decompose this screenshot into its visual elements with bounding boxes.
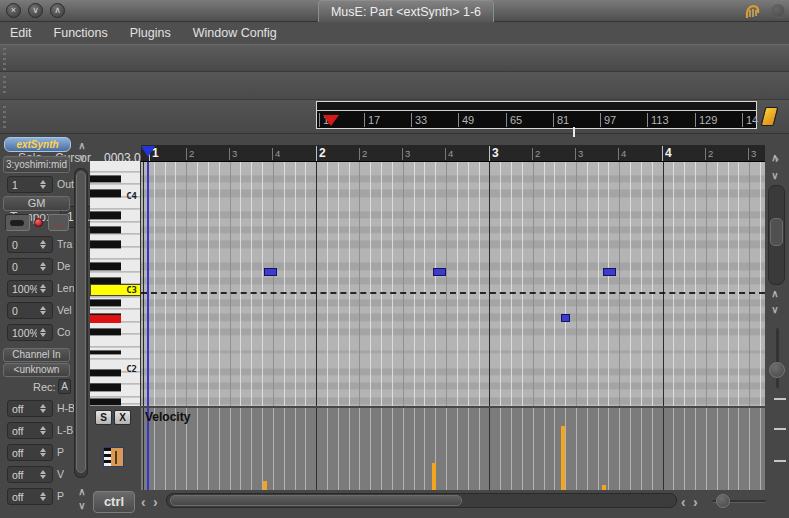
piano-keyboard[interactable]: C4C3C2	[90, 161, 141, 406]
midi-note[interactable]	[603, 268, 616, 276]
output-port-spinbox[interactable]: 1	[7, 176, 53, 193]
horizontal-scrollbar-thumb[interactable]	[170, 495, 462, 506]
forward-events-button[interactable]: →	[48, 214, 69, 231]
spin-up-icon[interactable]	[40, 426, 46, 430]
channel-info-button[interactable]: Channel In	[3, 348, 70, 362]
scroll-left-icon[interactable]: ‹	[681, 494, 686, 510]
velocity-bar[interactable]	[263, 481, 267, 490]
ctrl-pane-close-button[interactable]: X	[114, 410, 131, 425]
pianoroll-ruler[interactable]: 123422343234423	[141, 145, 765, 162]
track-info-spinbox[interactable]: 0	[7, 236, 53, 253]
spin-up-icon[interactable]	[40, 492, 46, 496]
controller-select-icon[interactable]	[103, 447, 124, 467]
window-expand-button[interactable]: ∧	[50, 3, 65, 18]
menu-plugins[interactable]: Plugins	[130, 26, 171, 40]
toolbar-drag-handle[interactable]	[3, 48, 6, 70]
velocity-pane-canvas[interactable]: Velocity	[141, 408, 765, 490]
toolbar-drag-handle[interactable]	[3, 106, 6, 128]
track-info-spinbox[interactable]: 100%	[7, 324, 53, 341]
menu-edit[interactable]: Edit	[10, 26, 32, 40]
midi-note[interactable]	[561, 314, 570, 322]
panel-scroll-up-icon[interactable]: ∧	[73, 486, 91, 497]
vertical-zoom-knob[interactable]	[769, 362, 785, 378]
ctrl-pane-solo-button[interactable]: S	[95, 410, 112, 425]
rec-mode-combobox[interactable]: A	[58, 379, 71, 394]
vertical-scrollbar[interactable]	[768, 185, 785, 285]
note-grid-canvas[interactable]	[141, 162, 765, 406]
vertical-scrollbar-thumb[interactable]	[770, 218, 783, 246]
spin-up-icon[interactable]	[40, 328, 46, 332]
spin-down-icon[interactable]	[40, 409, 46, 413]
midi-note[interactable]	[264, 268, 277, 276]
spinbox-arrows-icon[interactable]	[37, 426, 49, 435]
scroll-left-icon[interactable]: ‹	[141, 494, 146, 510]
horizontal-scrollbar[interactable]	[166, 493, 677, 508]
spin-up-icon[interactable]	[40, 404, 46, 408]
spin-down-icon[interactable]	[40, 497, 46, 501]
spin-up-icon[interactable]	[40, 284, 46, 288]
overview-position-marker[interactable]	[323, 115, 339, 126]
grid-scroll-down-icon[interactable]: ∨	[766, 170, 784, 181]
velocity-bar[interactable]	[602, 485, 606, 490]
zoom-up-icon[interactable]: ∧	[766, 288, 784, 299]
spin-down-icon[interactable]	[40, 245, 46, 249]
menu-window-config[interactable]: Window Config	[193, 26, 277, 40]
scroll-right-icon[interactable]: ›	[693, 494, 698, 510]
ruler-position-marker[interactable]	[141, 146, 155, 157]
spin-down-icon[interactable]	[40, 289, 46, 293]
velocity-bar[interactable]	[432, 463, 436, 490]
bank-gm-button[interactable]: GM	[3, 196, 70, 211]
song-overview-ruler[interactable]: 117334965819711312914	[316, 101, 757, 129]
marked-key[interactable]	[90, 315, 121, 323]
spin-up-icon[interactable]	[40, 470, 46, 474]
track-info-spinbox[interactable]: 100%	[7, 280, 53, 297]
spin-down-icon[interactable]	[40, 453, 46, 457]
spinbox-arrows-icon[interactable]	[37, 262, 49, 271]
horizontal-zoom-knob[interactable]	[716, 494, 730, 508]
spinbox-arrows-icon[interactable]	[37, 328, 49, 337]
panel-scroll-up-icon[interactable]: ∧	[73, 140, 91, 151]
window-shade-button[interactable]: ∨	[28, 3, 43, 18]
track-info-spinbox[interactable]: 0	[7, 258, 53, 275]
velocity-bar[interactable]	[561, 426, 565, 490]
spin-up-icon[interactable]	[40, 262, 46, 266]
panel-scroll-down-icon[interactable]: ∨	[73, 152, 91, 163]
track-ctrl-spinbox[interactable]: off	[7, 488, 53, 505]
spinbox-arrows-icon[interactable]	[37, 284, 49, 293]
zoom-down-icon[interactable]: ∨	[766, 304, 784, 315]
part-name-button[interactable]: extSynth	[4, 137, 71, 152]
track-ctrl-spinbox[interactable]: off	[7, 400, 53, 417]
panel-scrollbar[interactable]	[74, 168, 88, 478]
track-info-spinbox[interactable]: 0	[7, 302, 53, 319]
track-ctrl-spinbox[interactable]: off	[7, 422, 53, 439]
spinbox-arrows-icon[interactable]	[37, 470, 49, 479]
spin-down-icon[interactable]	[40, 475, 46, 479]
spin-up-icon[interactable]	[40, 306, 46, 310]
spinbox-arrows-icon[interactable]	[37, 240, 49, 249]
track-name-button[interactable]: 3:yoshimi:mid	[3, 156, 70, 173]
panel-scroll-down-icon[interactable]: ∨	[73, 500, 91, 511]
panel-scrollbar-thumb[interactable]	[76, 171, 86, 473]
grid-scroll-up-icon[interactable]: ∧	[766, 152, 784, 163]
spin-up-icon[interactable]	[40, 448, 46, 452]
spinbox-arrows-icon[interactable]	[37, 306, 49, 315]
spinbox-arrows-icon[interactable]	[37, 404, 49, 413]
track-ctrl-spinbox[interactable]: off	[7, 444, 53, 461]
scroll-right-icon[interactable]: ›	[153, 494, 158, 510]
toolbar-drag-handle[interactable]	[3, 76, 6, 96]
window-help-button[interactable]	[771, 4, 785, 18]
spin-down-icon[interactable]	[40, 431, 46, 435]
spin-down-icon[interactable]	[40, 267, 46, 271]
ctrl-selector-button[interactable]: ctrl	[93, 491, 135, 513]
vertical-zoom-slider[interactable]	[776, 328, 779, 388]
track-ctrl-spinbox[interactable]: off	[7, 466, 53, 483]
spin-down-icon[interactable]	[40, 333, 46, 337]
menu-functions[interactable]: Functions	[54, 26, 108, 40]
spinbox-arrows-icon[interactable]	[37, 492, 49, 501]
spin-down-icon[interactable]	[40, 311, 46, 315]
spin-up-icon[interactable]	[40, 240, 46, 244]
midi-thru-toggle[interactable]	[5, 214, 30, 231]
midi-note[interactable]	[433, 268, 446, 276]
patch-button[interactable]: <unknown	[3, 363, 70, 377]
window-close-button[interactable]: ×	[6, 3, 21, 18]
